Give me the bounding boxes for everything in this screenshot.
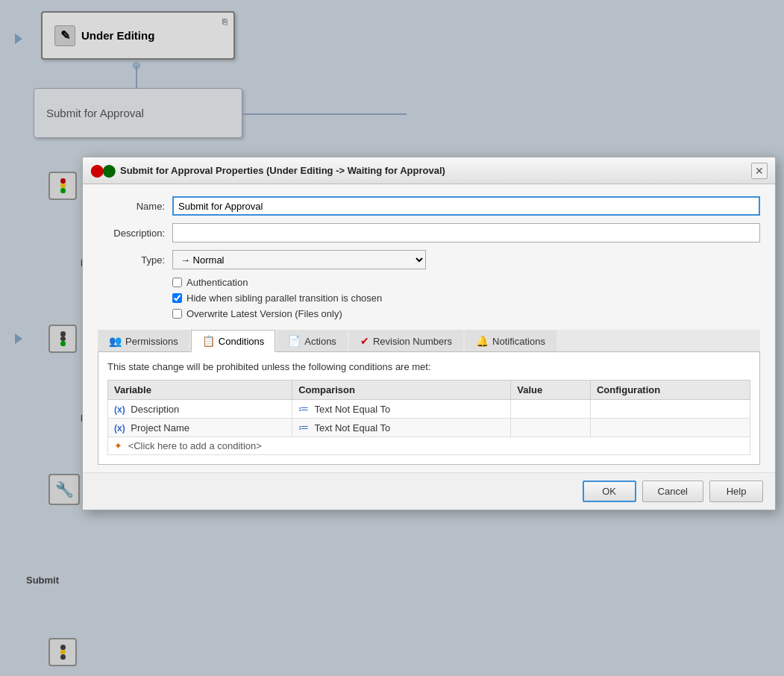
revision-icon: ✔ — [360, 335, 369, 347]
tab-conditions[interactable]: 📋 Conditions — [191, 330, 275, 352]
notifications-icon: 🔔 — [476, 335, 489, 347]
var-icon-1: (x) — [114, 404, 125, 415]
col-value: Value — [511, 381, 591, 400]
authentication-label: Authentication — [186, 277, 248, 288]
col-configuration: Configuration — [590, 381, 750, 400]
tab-permissions[interactable]: 👥 Permissions — [98, 330, 189, 351]
hide-sibling-row: Hide when sibling parallel transition is… — [172, 292, 760, 304]
overwrite-label: Overwrite Latest Version (Files only) — [186, 308, 342, 319]
comp-icon-2: ≔ — [298, 422, 309, 434]
conditions-tab-content: This state change will be prohibited unl… — [98, 352, 760, 465]
cancel-button[interactable]: Cancel — [642, 481, 703, 502]
type-label: Type: — [98, 254, 172, 266]
conditions-icon: 📋 — [202, 335, 215, 347]
row2-comparison: ≔ Text Not Equal To — [292, 419, 511, 437]
tab-notifications-label: Notifications — [492, 336, 545, 347]
row1-comparison: ≔ Text Not Equal To — [292, 400, 511, 419]
add-condition-icon: ✦ — [114, 440, 122, 451]
type-select[interactable]: → Normal → Parallel → Conditional — [172, 250, 426, 269]
add-condition-cell[interactable]: ✦ <Click here to add a condition> — [108, 437, 750, 455]
close-button[interactable]: ✕ — [751, 163, 768, 179]
name-label: Name: — [98, 201, 172, 212]
conditions-table: Variable Comparison Value Configuration … — [107, 380, 750, 455]
row2-variable-name: Project Name — [131, 422, 189, 434]
conditions-description: This state change will be prohibited unl… — [107, 361, 750, 372]
transition-icon-2: ⬤ — [102, 163, 116, 178]
col-comparison: Comparison — [292, 381, 511, 400]
modal-title-area: ⬤ ⬤ Submit for Approval Properties (Unde… — [90, 163, 445, 178]
authentication-checkbox[interactable] — [172, 278, 182, 287]
comp-icon-1: ≔ — [298, 403, 309, 415]
overwrite-checkbox[interactable] — [172, 309, 182, 319]
modal-footer: OK Cancel Help — [83, 472, 775, 510]
col-variable: Variable — [108, 381, 292, 400]
name-input[interactable] — [172, 196, 760, 216]
row1-comparison-value: Text Not Equal To — [315, 404, 391, 415]
tabs-container: 👥 Permissions 📋 Conditions 📄 Actions ✔ R… — [98, 330, 760, 352]
modal-title-text: Submit for Approval Properties (Under Ed… — [120, 165, 445, 176]
overwrite-row: Overwrite Latest Version (Files only) — [172, 308, 760, 319]
authentication-row: Authentication — [172, 277, 760, 288]
help-button[interactable]: Help — [709, 481, 763, 502]
name-row: Name: — [98, 196, 760, 216]
tab-revision-label: Revision Numbers — [373, 336, 452, 347]
ok-button[interactable]: OK — [583, 481, 636, 502]
row1-value — [511, 400, 591, 419]
modal-body: Name: Description: Type: → Normal → Para… — [83, 184, 775, 472]
row1-config — [590, 400, 750, 419]
table-row: (x) Description ≔ Text Not Equal To — [108, 400, 750, 419]
tab-actions-label: Actions — [304, 336, 336, 347]
modal-titlebar: ⬤ ⬤ Submit for Approval Properties (Unde… — [83, 157, 775, 184]
tab-actions[interactable]: 📄 Actions — [277, 330, 348, 351]
row2-comparison-value: Text Not Equal To — [315, 422, 391, 434]
conditions-table-header: Variable Comparison Value Configuration — [108, 381, 750, 400]
tab-conditions-label: Conditions — [219, 336, 264, 347]
row2-variable: (x) Project Name — [108, 419, 292, 437]
description-row: Description: — [98, 223, 760, 242]
var-icon-2: (x) — [114, 423, 125, 434]
description-input[interactable] — [172, 223, 760, 242]
add-condition-row[interactable]: ✦ <Click here to add a condition> — [108, 437, 750, 455]
tab-notifications[interactable]: 🔔 Notifications — [465, 330, 556, 351]
modal-dialog: ⬤ ⬤ Submit for Approval Properties (Unde… — [82, 157, 776, 510]
hide-sibling-label: Hide when sibling parallel transition is… — [186, 292, 382, 304]
table-row: (x) Project Name ≔ Text Not Equal To — [108, 419, 750, 437]
add-condition-label: <Click here to add a condition> — [128, 440, 262, 451]
row2-config — [590, 419, 750, 437]
hide-sibling-checkbox[interactable] — [172, 293, 182, 303]
row1-variable-name: Description — [131, 404, 179, 415]
description-label: Description: — [98, 228, 172, 239]
tab-permissions-label: Permissions — [125, 336, 178, 347]
type-row: Type: → Normal → Parallel → Conditional — [98, 250, 760, 269]
actions-icon: 📄 — [288, 335, 301, 347]
tab-revision-numbers[interactable]: ✔ Revision Numbers — [349, 330, 463, 351]
type-select-wrapper: → Normal → Parallel → Conditional — [172, 250, 426, 269]
row1-variable: (x) Description — [108, 400, 292, 419]
permissions-icon: 👥 — [109, 335, 122, 347]
row2-value — [511, 419, 591, 437]
